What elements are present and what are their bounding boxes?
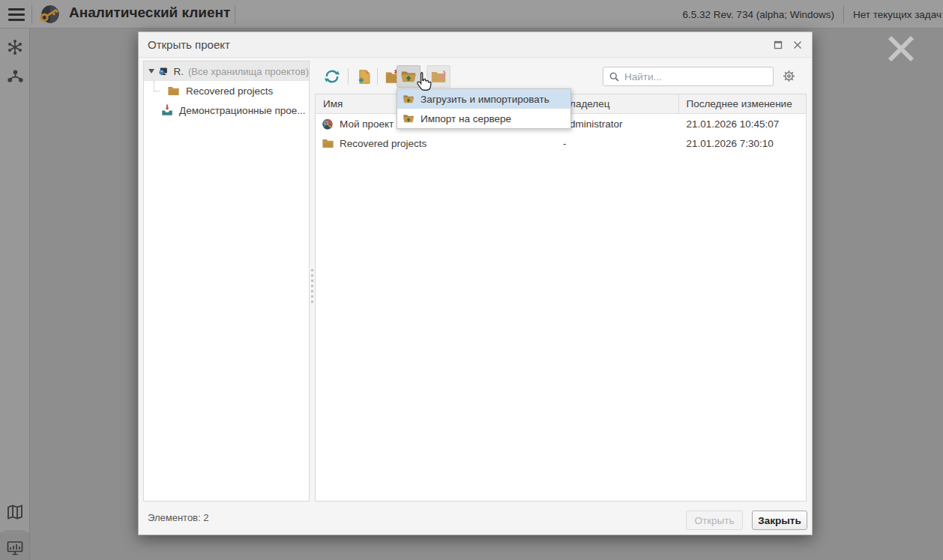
menu-item-label: Импорт на сервере: [421, 113, 511, 124]
open-project-dialog: Открыть проект R. (Все хранилища проекто…: [138, 31, 813, 535]
tree-item-recovered[interactable]: Recovered projects: [144, 81, 309, 100]
open-button[interactable]: Открыть: [686, 511, 743, 530]
folder-open-arrow-icon: [400, 68, 417, 85]
sidebar-map-icon[interactable]: [0, 498, 30, 526]
menu-item-label: Загрузить и импортировать: [421, 94, 549, 105]
panel-splitter[interactable]: [310, 61, 315, 502]
column-header-owner[interactable]: Владелец: [555, 94, 679, 113]
folder-open-arrow-icon: [403, 93, 415, 105]
app-logo-icon: [36, 1, 63, 27]
folder-icon: [322, 137, 334, 149]
app-title: Аналитический клиент: [69, 4, 230, 21]
panel-close-icon[interactable]: [885, 33, 917, 67]
close-button[interactable]: Закрыть: [752, 511, 807, 530]
projects-table: Имя Владелец Последнее изменение Мой про…: [315, 94, 807, 502]
settings-gear-icon[interactable]: [782, 69, 796, 86]
refresh-button[interactable]: [320, 65, 344, 88]
import-inbox-icon: [160, 103, 174, 117]
tree-item-label: Recovered projects: [186, 85, 273, 97]
storage-tree-panel: R. (Все хранилища проектов) Recovered pr…: [143, 61, 310, 502]
create-project-button[interactable]: [352, 65, 376, 88]
hamburger-menu-icon[interactable]: [6, 4, 27, 25]
sidebar-dashboard-icon[interactable]: [0, 534, 30, 560]
project-name: Мой проект: [340, 118, 394, 130]
version-label: 6.5.32 Rev. 734 (alpha; Windows): [683, 9, 834, 20]
import-dropdown-menu: Загрузить и импортировать Импорт на серв…: [397, 88, 571, 129]
search-input[interactable]: [624, 67, 771, 85]
menu-item-load-and-import[interactable]: Загрузить и импортировать: [397, 89, 570, 109]
folder-icon: [167, 85, 180, 97]
project-modified: 21.01.2026 10:45:07: [679, 114, 806, 133]
refresh-icon: [324, 68, 340, 85]
project-icon: [322, 118, 334, 130]
app-header: Аналитический клиент 6.5.32 Rev. 734 (al…: [0, 0, 943, 28]
search-box: [603, 67, 774, 86]
project-name: Recovered projects: [340, 138, 427, 149]
tasks-status-label: Нет текущих задач: [853, 9, 943, 20]
close-icon[interactable]: [789, 37, 806, 52]
project-owner: Administrator: [555, 114, 679, 133]
items-count-label: Элементов: 2: [148, 512, 208, 523]
chevron-down-icon[interactable]: [148, 69, 154, 73]
tree-item-demo-projects[interactable]: Демонстрационные прое...: [144, 100, 309, 120]
folder-open-arrow-icon: [403, 112, 415, 124]
storage-root-icon: [158, 64, 169, 79]
tree-root-label: R.: [174, 66, 184, 77]
project-modified: 21.01.2026 7:30:10: [679, 133, 806, 153]
open-import-button[interactable]: [397, 65, 421, 88]
tree-connector: [154, 81, 160, 91]
tree-item-root[interactable]: R. (Все хранилища проектов): [144, 61, 309, 81]
sidebar-network-icon[interactable]: [0, 33, 30, 61]
table-row-recovered[interactable]: Recovered projects - 21.01.2026 7:30:10: [316, 133, 806, 153]
tree-root-hint: (Все хранилища проектов): [188, 66, 309, 77]
column-header-modified[interactable]: Последнее изменение: [679, 94, 806, 113]
maximize-icon[interactable]: [770, 37, 786, 52]
project-owner: -: [555, 133, 679, 153]
tree-item-label: Демонстрационные прое...: [179, 105, 306, 116]
sidebar-hierarchy-icon[interactable]: [0, 61, 30, 90]
new-document-icon: [356, 69, 372, 85]
dialog-title: Открыть проект: [148, 38, 230, 51]
search-icon: [609, 71, 620, 82]
import-button[interactable]: [427, 65, 451, 88]
dialog-titlebar: Открыть проект: [139, 32, 812, 58]
folder-import-icon: [430, 68, 447, 85]
menu-item-import-on-server[interactable]: Импорт на сервере: [397, 109, 570, 128]
left-sidebar: [0, 28, 30, 560]
